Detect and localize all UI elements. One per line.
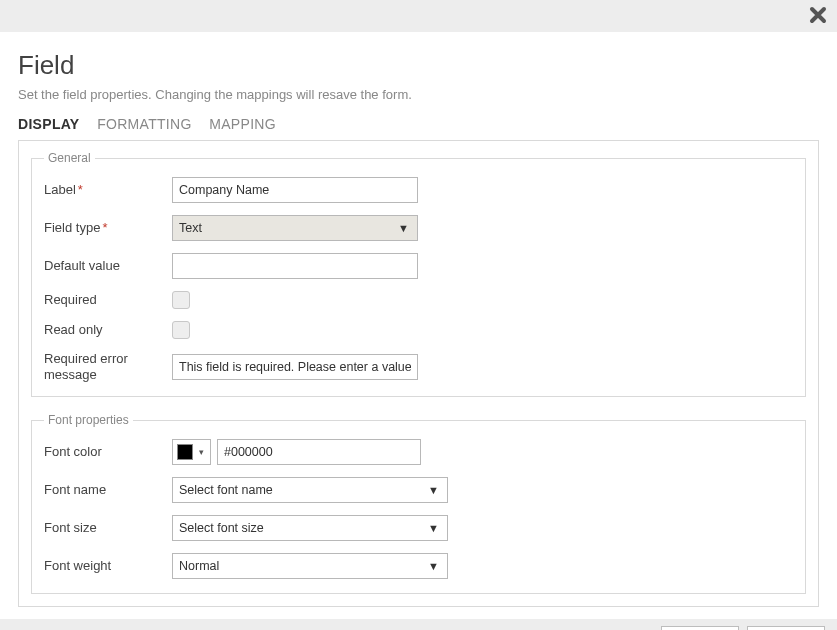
font-color-lbl: Font color	[44, 444, 172, 460]
fieldtype-lbl: Field type*	[44, 220, 172, 236]
tab-formatting[interactable]: FORMATTING	[97, 116, 192, 136]
chevron-down-icon: ▼	[398, 223, 409, 234]
page-title: Field	[18, 50, 819, 81]
font-name-select[interactable]: Select font name ▼	[172, 477, 448, 503]
font-color-input[interactable]	[217, 439, 421, 465]
chevron-down-icon: ▾	[199, 447, 204, 457]
group-font-properties: Font properties Font color ▾ Font name S…	[31, 413, 806, 594]
fieldtype-select[interactable]: Text ▼	[172, 215, 418, 241]
required-star: *	[78, 182, 83, 197]
cancel-button[interactable]: Cancel	[747, 626, 825, 630]
font-color-picker[interactable]: ▾	[172, 439, 211, 465]
chevron-down-icon: ▼	[428, 485, 439, 496]
readonly-checkbox[interactable]	[172, 321, 190, 339]
font-size-lbl: Font size	[44, 520, 172, 536]
dialog-content: Field Set the field properties. Changing…	[0, 32, 837, 607]
font-size-value: Select font size	[179, 521, 264, 535]
group-general-legend: General	[44, 151, 95, 165]
chevron-down-icon: ▼	[428, 523, 439, 534]
required-error-lbl: Required error message	[44, 351, 172, 382]
font-name-lbl: Font name	[44, 482, 172, 498]
tab-strip: DISPLAY FORMATTING MAPPING	[18, 116, 819, 136]
close-icon[interactable]	[809, 6, 827, 27]
required-star: *	[102, 220, 107, 235]
tab-mapping[interactable]: MAPPING	[209, 116, 276, 136]
tab-display[interactable]: DISPLAY	[18, 116, 80, 136]
label-input[interactable]	[172, 177, 418, 203]
required-error-input[interactable]	[172, 354, 418, 380]
font-size-select[interactable]: Select font size ▼	[172, 515, 448, 541]
default-value-lbl: Default value	[44, 258, 172, 274]
titlebar	[0, 0, 837, 32]
tab-panel-display: General Label* Field type* Text ▼ Defaul…	[18, 140, 819, 607]
font-weight-value: Normal	[179, 559, 219, 573]
page-subtitle: Set the field properties. Changing the m…	[18, 87, 819, 102]
dialog-footer: Ok Cancel	[0, 619, 837, 630]
ok-button[interactable]: Ok	[661, 626, 739, 630]
font-name-value: Select font name	[179, 483, 273, 497]
chevron-down-icon: ▼	[428, 561, 439, 572]
label-lbl: Label*	[44, 182, 172, 198]
group-general: General Label* Field type* Text ▼ Defaul…	[31, 151, 806, 397]
fieldtype-value: Text	[179, 221, 202, 235]
color-swatch	[177, 444, 193, 460]
default-value-input[interactable]	[172, 253, 418, 279]
font-weight-select[interactable]: Normal ▼	[172, 553, 448, 579]
required-lbl: Required	[44, 292, 172, 308]
readonly-lbl: Read only	[44, 322, 172, 338]
required-checkbox[interactable]	[172, 291, 190, 309]
font-weight-lbl: Font weight	[44, 558, 172, 574]
group-font-legend: Font properties	[44, 413, 133, 427]
